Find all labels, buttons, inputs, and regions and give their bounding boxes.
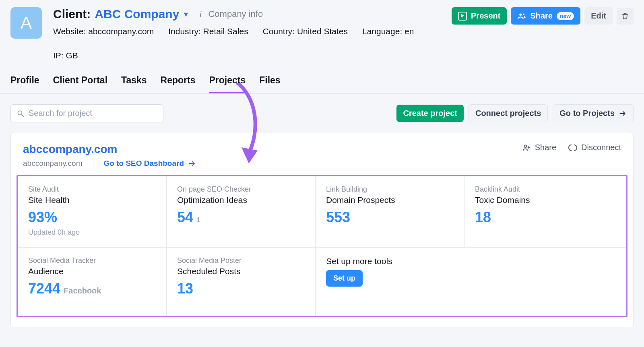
project-disconnect-button[interactable]: Disconnect [568, 143, 621, 152]
tab-profile[interactable]: Profile [10, 75, 39, 93]
info-icon[interactable]: i [199, 9, 202, 19]
widget-overline: Link Building [326, 185, 454, 194]
seo-dashboard-link[interactable]: Go to SEO Dashboard [104, 159, 196, 168]
play-icon [458, 12, 467, 21]
widget-social-poster[interactable]: Social Media Poster Scheduled Posts 13 [167, 248, 316, 316]
tab-reports[interactable]: Reports [161, 75, 196, 93]
client-label: Client: [53, 7, 91, 21]
widget-value: 54 [177, 209, 193, 226]
seo-dashboard-label: Go to SEO Dashboard [104, 159, 184, 168]
widget-value: 553 [326, 209, 350, 226]
tab-tasks[interactable]: Tasks [121, 75, 147, 93]
widget-value: 7244 [28, 280, 60, 297]
svg-point-0 [520, 13, 522, 16]
meta-ip-label: IP: [53, 51, 64, 60]
client-header: A Client: ABC Company ▾ i Company info W… [0, 0, 644, 65]
tab-projects[interactable]: Projects [209, 75, 246, 93]
new-badge: new [557, 12, 574, 20]
svg-line-3 [22, 114, 24, 116]
trash-icon [621, 12, 629, 20]
search-placeholder: Search for project [29, 109, 92, 118]
meta-website-label: Website: [53, 27, 86, 36]
chevron-down-icon[interactable]: ▾ [184, 9, 188, 19]
widget-title: Scheduled Posts [177, 266, 305, 276]
projects-toolbar: Search for project Create project Connec… [0, 94, 644, 122]
widget-small: 1 [196, 217, 200, 224]
widget-title: Site Health [28, 195, 156, 205]
project-title[interactable]: abccompany.com [23, 143, 196, 156]
widget-subtext: Updated 0h ago [28, 228, 156, 237]
widget-title: Optimization Ideas [177, 195, 305, 205]
project-card: abccompany.com abccompany.com Go to SEO … [10, 132, 634, 327]
widget-more-tools: Set up more tools Set up [316, 248, 626, 316]
widget-backlink-audit[interactable]: Backlink Audit Toxic Domains 18 [464, 176, 626, 248]
client-name-dropdown[interactable]: ABC Company [95, 7, 179, 21]
search-input[interactable]: Search for project [10, 104, 163, 122]
widget-social-tracker[interactable]: Social Media Tracker Audience 7244 Faceb… [18, 248, 167, 316]
widget-overline: Social Media Poster [177, 256, 305, 265]
meta-country-value: United States [297, 27, 348, 36]
arrow-right-icon [619, 109, 627, 118]
person-add-icon [522, 143, 531, 152]
meta-language-value: en [405, 27, 414, 36]
go-to-projects-label: Go to Projects [559, 109, 615, 118]
svg-point-1 [523, 13, 524, 15]
share-button[interactable]: Share new [511, 7, 580, 25]
widget-value: 18 [475, 209, 491, 226]
widget-seo-checker[interactable]: On page SEO Checker Optimization Ideas 5… [167, 176, 316, 248]
present-label: Present [471, 11, 500, 21]
arrow-right-icon [188, 159, 196, 167]
header-actions: Present Share new Edit [452, 7, 634, 25]
client-meta: Website: abccompany.com Industry: Retail… [53, 27, 452, 60]
meta-industry-label: Industry: [168, 27, 201, 36]
project-disconnect-label: Disconnect [581, 143, 621, 152]
widget-title: Toxic Domains [475, 195, 616, 205]
widget-overline: On page SEO Checker [177, 185, 305, 194]
meta-industry-value: Retail Sales [203, 27, 248, 36]
meta-ip-value: GB [66, 51, 78, 60]
project-share-label: Share [535, 143, 556, 152]
tabs: Profile Client Portal Tasks Reports Proj… [0, 65, 644, 94]
widget-overline: Backlink Audit [475, 185, 616, 194]
meta-country-label: Country: [263, 27, 295, 36]
connect-projects-button[interactable]: Connect projects [469, 104, 548, 122]
delete-button[interactable] [617, 8, 634, 25]
widget-site-audit[interactable]: Site Audit Site Health 93% Updated 0h ag… [18, 176, 167, 248]
svg-point-2 [18, 111, 22, 115]
client-avatar: A [10, 7, 42, 39]
widget-value: 93% [28, 209, 57, 226]
search-icon [17, 109, 25, 118]
widget-overline: Site Audit [28, 185, 156, 194]
meta-language-label: Language: [362, 27, 402, 36]
create-project-button[interactable]: Create project [396, 105, 464, 122]
tab-client-portal[interactable]: Client Portal [53, 75, 107, 93]
widget-note: Facebook [64, 286, 101, 295]
project-share-button[interactable]: Share [522, 143, 556, 152]
project-domain: abccompany.com [23, 159, 93, 168]
widget-overline: Social Media Tracker [28, 256, 156, 265]
setup-button[interactable]: Set up [326, 270, 363, 287]
tab-files[interactable]: Files [259, 75, 280, 93]
go-to-projects-button[interactable]: Go to Projects [553, 104, 634, 122]
meta-website-value: abccompany.com [88, 27, 154, 36]
people-icon [517, 12, 526, 21]
more-tools-title: Set up more tools [326, 256, 616, 266]
company-info-link[interactable]: Company info [208, 9, 263, 19]
widget-title: Audience [28, 266, 156, 276]
share-label: Share [530, 11, 553, 21]
widget-value: 13 [177, 280, 193, 297]
widgets-grid: Site Audit Site Health 93% Updated 0h ag… [17, 175, 627, 317]
widget-title: Domain Prospects [326, 195, 454, 205]
svg-point-6 [524, 145, 526, 147]
present-button[interactable]: Present [452, 7, 507, 25]
disconnect-icon [568, 143, 577, 152]
widget-link-building[interactable]: Link Building Domain Prospects 553 [316, 176, 464, 248]
edit-button[interactable]: Edit [584, 7, 613, 25]
